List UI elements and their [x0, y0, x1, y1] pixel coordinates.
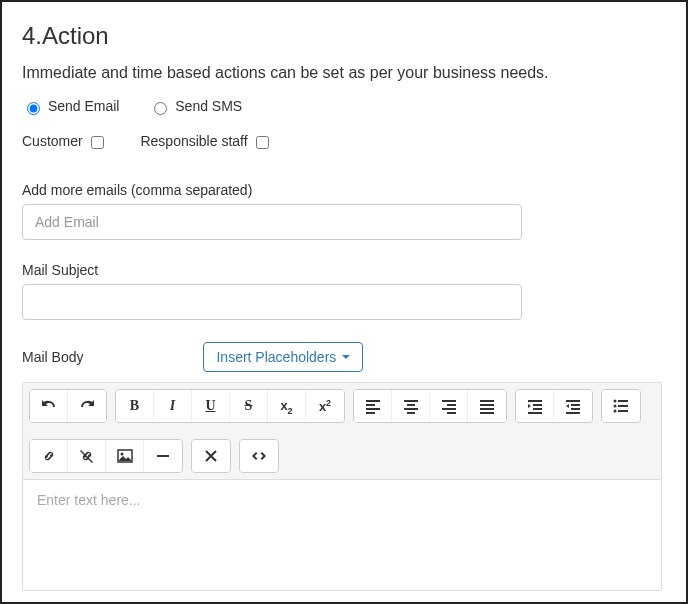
link-button[interactable] [30, 440, 68, 472]
send-sms-label: Send SMS [175, 98, 242, 114]
superscript-button[interactable]: x2 [306, 390, 344, 422]
undo-button[interactable] [30, 390, 68, 422]
send-email-radio[interactable]: Send Email [22, 98, 119, 115]
subscript-icon: x2 [280, 398, 292, 416]
strike-button[interactable]: S [230, 390, 268, 422]
customer-checkbox[interactable] [91, 136, 104, 149]
customer-checkbox-group: Customer [22, 133, 107, 152]
staff-checkbox-group: Responsible staff [140, 133, 271, 152]
redo-icon [79, 398, 95, 414]
mail-subject-field: Mail Subject [22, 262, 666, 320]
align-justify-icon [479, 398, 495, 414]
redo-button[interactable] [68, 390, 106, 422]
undo-icon [41, 398, 57, 414]
image-button[interactable] [106, 440, 144, 472]
staff-checkbox[interactable] [256, 136, 269, 149]
align-group [353, 389, 507, 423]
align-left-icon [365, 398, 381, 414]
clear-group [191, 439, 231, 473]
align-right-icon [441, 398, 457, 414]
insert-placeholders-label: Insert Placeholders [216, 349, 336, 365]
align-center-button[interactable] [392, 390, 430, 422]
recipients-row: Customer Responsible staff [22, 133, 666, 152]
link-icon [41, 448, 57, 464]
svg-point-1 [614, 405, 617, 408]
bold-icon: B [130, 398, 139, 414]
align-left-button[interactable] [354, 390, 392, 422]
align-justify-button[interactable] [468, 390, 506, 422]
superscript-icon: x2 [319, 398, 331, 414]
image-icon [117, 448, 133, 464]
action-type-row: Send Email Send SMS [22, 98, 666, 115]
italic-icon: I [170, 398, 175, 414]
outdent-button[interactable] [554, 390, 592, 422]
svg-point-3 [120, 453, 123, 456]
list-group [601, 389, 641, 423]
italic-button[interactable]: I [154, 390, 192, 422]
svg-point-0 [614, 400, 617, 403]
mail-subject-label: Mail Subject [22, 262, 666, 278]
list-ul-button[interactable] [602, 390, 640, 422]
send-sms-radio-input[interactable] [154, 102, 167, 115]
unlink-icon [79, 448, 95, 464]
extra-emails-input[interactable] [22, 204, 522, 240]
insert-placeholders-button[interactable]: Insert Placeholders [203, 342, 363, 372]
minus-icon [155, 448, 171, 464]
align-right-button[interactable] [430, 390, 468, 422]
list-ul-icon [613, 398, 629, 414]
subscript-button[interactable]: x2 [268, 390, 306, 422]
staff-label: Responsible staff [140, 134, 247, 150]
indent-button[interactable] [516, 390, 554, 422]
underline-icon: U [205, 398, 215, 414]
indent-group [515, 389, 593, 423]
text-style-group: B I U S x2 x2 [115, 389, 345, 423]
code-icon [251, 448, 267, 464]
extra-emails-field: Add more emails (comma separated) [22, 182, 666, 240]
align-center-icon [403, 398, 419, 414]
editor-toolbar: B I U S x2 x2 [23, 383, 661, 480]
customer-label: Customer [22, 134, 83, 150]
bold-button[interactable]: B [116, 390, 154, 422]
strike-icon: S [245, 398, 253, 414]
clear-format-button[interactable] [192, 440, 230, 472]
hr-button[interactable] [144, 440, 182, 472]
mail-body-header: Mail Body Insert Placeholders [22, 342, 666, 372]
mail-body-label: Mail Body [22, 349, 83, 365]
chevron-down-icon [342, 355, 350, 359]
unlink-button[interactable] [68, 440, 106, 472]
mail-body-editor: B I U S x2 x2 [22, 382, 662, 591]
svg-point-2 [614, 410, 617, 413]
send-sms-radio[interactable]: Send SMS [149, 98, 242, 115]
mail-subject-input[interactable] [22, 284, 522, 320]
indent-icon [527, 398, 543, 414]
code-group [239, 439, 279, 473]
code-view-button[interactable] [240, 440, 278, 472]
undo-redo-group [29, 389, 107, 423]
link-group [29, 439, 183, 473]
action-section: 4.Action Immediate and time based action… [0, 0, 688, 604]
section-subtitle: Immediate and time based actions can be … [22, 64, 666, 82]
close-icon [203, 448, 219, 464]
section-title: 4.Action [22, 22, 666, 50]
mail-body-textarea[interactable]: Enter text here... [23, 480, 661, 590]
extra-emails-label: Add more emails (comma separated) [22, 182, 666, 198]
underline-button[interactable]: U [192, 390, 230, 422]
send-email-radio-input[interactable] [27, 102, 40, 115]
send-email-label: Send Email [48, 98, 120, 114]
outdent-icon [565, 398, 581, 414]
